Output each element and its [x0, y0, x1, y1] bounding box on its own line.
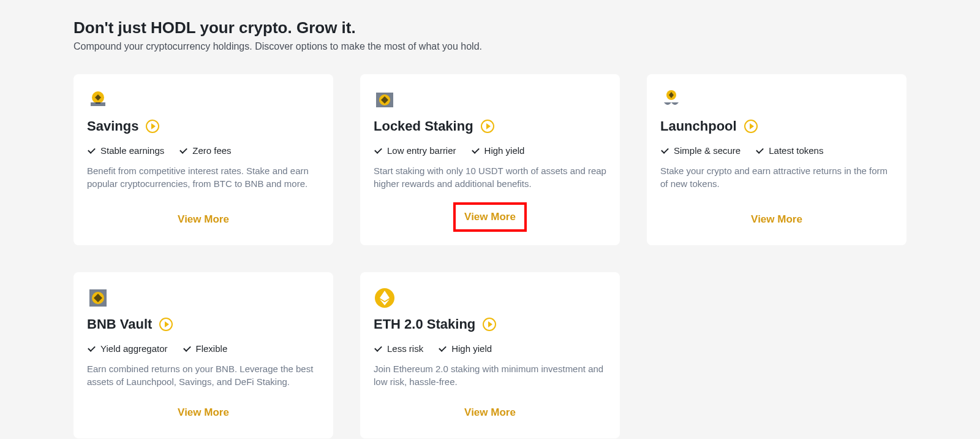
feature-item: Low entry barrier [374, 145, 456, 156]
card-title-row: Launchpool [660, 118, 893, 134]
page-header: Don't just HODL your crypto. Grow it. [74, 18, 907, 37]
feature-list: Low entry barrier High yield [374, 145, 606, 156]
feature-item: Yield aggregator [87, 343, 168, 354]
view-more-button[interactable]: View More [742, 207, 811, 232]
check-icon [87, 147, 96, 155]
check-icon [179, 147, 187, 155]
card-description: Stake your crypto and earn attractive re… [660, 164, 893, 195]
feature-item: Zero fees [179, 145, 231, 156]
feature-label: Zero fees [192, 145, 231, 156]
feature-label: Low entry barrier [387, 145, 456, 156]
card-description: Earn combined returns on your BNB. Lever… [87, 362, 320, 388]
card-savings: Savings Stable earnings Zero fees Benefi… [74, 74, 333, 245]
card-title-row: BNB Vault [87, 316, 320, 332]
page-subtitle: Compound your cryptocurrency holdings. D… [74, 41, 907, 52]
launchpool-icon [660, 89, 682, 111]
play-circle-icon[interactable] [481, 120, 494, 133]
card-title: Savings [87, 118, 138, 134]
check-icon [755, 147, 764, 155]
feature-item: Latest tokens [755, 145, 823, 156]
play-circle-icon[interactable] [159, 318, 173, 331]
bnb-vault-icon [87, 287, 109, 309]
view-more-button[interactable]: View More [453, 202, 527, 232]
play-circle-icon[interactable] [744, 120, 758, 133]
check-icon [87, 345, 96, 353]
feature-label: High yield [451, 343, 492, 354]
feature-label: Latest tokens [769, 145, 823, 156]
card-description: Benefit from competitive interest rates.… [87, 164, 320, 195]
check-icon [374, 345, 382, 353]
svg-rect-3 [96, 102, 100, 104]
play-circle-icon[interactable] [483, 318, 496, 331]
feature-list: Stable earnings Zero fees [87, 145, 320, 156]
check-icon [438, 345, 447, 353]
feature-label: Flexible [196, 343, 228, 354]
card-title: ETH 2.0 Staking [374, 316, 475, 332]
feature-label: Less risk [387, 343, 423, 354]
feature-label: Simple & secure [674, 145, 741, 156]
card-title: Locked Staking [374, 118, 473, 134]
view-more-button[interactable]: View More [169, 207, 238, 232]
feature-label: High yield [484, 145, 525, 156]
check-icon [183, 345, 191, 353]
card-launchpool: Launchpool Simple & secure Latest tokens… [647, 74, 907, 245]
cards-grid: Savings Stable earnings Zero fees Benefi… [74, 74, 907, 438]
check-icon [471, 147, 480, 155]
feature-item: Stable earnings [87, 145, 164, 156]
feature-item: Simple & secure [660, 145, 741, 156]
eth2-staking-icon [374, 287, 396, 309]
view-more-button[interactable]: View More [169, 400, 238, 425]
feature-item: High yield [438, 343, 492, 354]
feature-list: Simple & secure Latest tokens [660, 145, 893, 156]
feature-label: Yield aggregator [100, 343, 168, 354]
play-circle-icon[interactable] [146, 120, 159, 133]
card-locked-staking: Locked Staking Low entry barrier High yi… [360, 74, 620, 245]
card-description: Start staking with only 10 USDT worth of… [374, 164, 606, 190]
card-title: BNB Vault [87, 316, 152, 332]
feature-list: Less risk High yield [374, 343, 606, 354]
card-title-row: Savings [87, 118, 320, 134]
page-title: Don't just HODL your crypto. Grow it. [74, 18, 907, 37]
feature-list: Yield aggregator Flexible [87, 343, 320, 354]
view-more-button[interactable]: View More [456, 400, 524, 425]
feature-item: High yield [471, 145, 525, 156]
feature-label: Stable earnings [100, 145, 164, 156]
card-title-row: Locked Staking [374, 118, 606, 134]
feature-item: Flexible [183, 343, 228, 354]
card-description: Join Ethereum 2.0 staking with minimum i… [374, 362, 606, 388]
card-title: Launchpool [660, 118, 737, 134]
card-eth2-staking: ETH 2.0 Staking Less risk High yield Joi… [360, 272, 620, 438]
locked-staking-icon [374, 89, 396, 111]
check-icon [660, 147, 669, 155]
check-icon [374, 147, 382, 155]
feature-item: Less risk [374, 343, 423, 354]
card-bnb-vault: BNB Vault Yield aggregator Flexible Earn… [74, 272, 333, 438]
savings-icon [87, 89, 109, 111]
card-title-row: ETH 2.0 Staking [374, 316, 606, 332]
